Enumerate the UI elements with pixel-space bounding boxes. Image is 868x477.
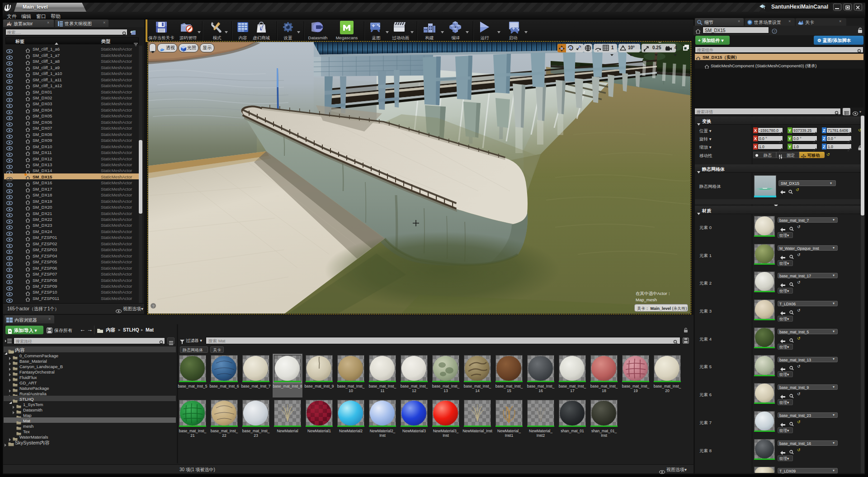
- svg-text:?: ?: [774, 29, 776, 33]
- svg-text:?: ?: [152, 304, 154, 309]
- svg-text:i: i: [699, 21, 700, 23]
